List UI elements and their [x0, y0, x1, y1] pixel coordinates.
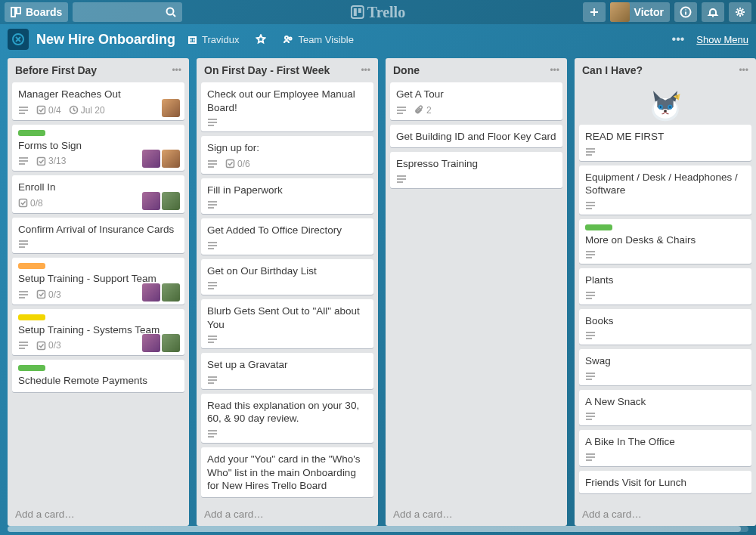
card[interactable]: Swag — [579, 349, 751, 385]
logo-icon — [351, 5, 364, 19]
card[interactable]: A New Snack — [579, 390, 751, 426]
card-label — [18, 365, 45, 371]
horizontal-scrollbar-track[interactable] — [8, 526, 748, 532]
list-title[interactable]: On First Day - First Week — [204, 64, 361, 76]
card[interactable]: Add your "You" card in the "Who's Who" l… — [201, 447, 373, 497]
notifications-button[interactable] — [702, 2, 724, 22]
card[interactable]: Get Added To Office Directory — [201, 218, 373, 255]
card[interactable]: More on Desks & Chairs — [579, 219, 751, 264]
svg-point-13 — [739, 11, 742, 14]
add-card-button[interactable]: Add a card… — [8, 503, 189, 526]
card[interactable]: Friends Visit for Lunch — [579, 471, 751, 494]
trello-logo[interactable]: Trello — [351, 4, 405, 21]
list-title[interactable]: Can I Have? — [582, 64, 739, 76]
star-board[interactable] — [251, 31, 271, 48]
info-icon — [680, 6, 692, 18]
add-card-button[interactable]: Add a card… — [386, 503, 567, 526]
svg-point-2 — [167, 8, 174, 15]
svg-text:!: ! — [676, 94, 677, 101]
board-header: New Hire Onboarding Travidux Team Visibl… — [0, 24, 756, 54]
card[interactable]: Check out our Employee Manual Board! — [201, 82, 373, 131]
list-menu-button[interactable]: ••• — [550, 65, 559, 76]
list-menu-button[interactable]: ••• — [361, 65, 370, 76]
info-button[interactable] — [674, 2, 697, 22]
card-title: Confirm Arrival of Insurance Cards — [18, 223, 178, 237]
boards-label: Boards — [26, 6, 62, 18]
settings-button[interactable] — [729, 2, 751, 22]
board-title[interactable]: New Hire Onboarding — [36, 32, 175, 48]
add-card-button[interactable]: Add a card… — [575, 503, 756, 526]
description-icon — [207, 241, 218, 250]
card-title: Plants — [585, 274, 745, 287]
husky-sticker: ! — [579, 82, 751, 125]
card[interactable]: Manager Reaches Out0/4Jul 20 — [12, 82, 184, 120]
card[interactable]: Get on Our Birthday List — [201, 259, 373, 295]
card-list: ! READ ME FIRSTEquipment / Desk / Headph… — [575, 82, 756, 503]
card-title: Books — [585, 314, 745, 328]
card[interactable]: Setup Training - Systems Team0/3 — [12, 309, 184, 356]
description-icon — [207, 335, 218, 344]
show-menu-link[interactable]: Show Menu — [696, 34, 748, 45]
list-title[interactable]: Before First Day — [15, 64, 172, 76]
member-avatar[interactable] — [142, 150, 160, 168]
list-menu-button[interactable]: ••• — [172, 65, 181, 76]
card[interactable]: Espresso Training — [390, 152, 562, 188]
member-avatar[interactable] — [162, 283, 180, 302]
list-title[interactable]: Done — [393, 64, 550, 76]
card[interactable]: Fill in Paperwork — [201, 178, 373, 215]
card-title: Get Added To Office Directory — [207, 224, 367, 237]
member-avatar[interactable] — [162, 192, 180, 210]
card[interactable]: Setup Training - Support Team0/3 — [12, 258, 184, 305]
card-label — [18, 314, 45, 320]
card[interactable]: Books — [579, 309, 751, 345]
card-title: Manager Reaches Out — [18, 88, 178, 101]
add-card-button[interactable]: Add a card… — [197, 503, 378, 526]
svg-rect-15 — [189, 37, 196, 43]
horizontal-scrollbar-thumb[interactable] — [8, 526, 741, 532]
member-avatar[interactable] — [142, 192, 160, 210]
search-input[interactable] — [73, 2, 182, 22]
card[interactable]: Sign up for:0/6 — [201, 136, 373, 174]
member-avatar[interactable] — [142, 283, 160, 302]
board-avatar-icon — [11, 32, 25, 46]
card[interactable]: Read this explanation on your 30, 60, & … — [201, 394, 373, 443]
card-title: Get Building ID and Floor Key Card — [396, 130, 556, 144]
member-avatar[interactable] — [142, 334, 160, 352]
card[interactable]: Get A Tour2 — [390, 82, 562, 120]
board-visibility[interactable]: Team Visible — [278, 31, 358, 48]
member-avatar[interactable] — [162, 99, 180, 117]
boards-button[interactable]: Boards — [5, 2, 68, 22]
card[interactable]: A Bike In The Office — [579, 430, 751, 466]
create-button[interactable] — [583, 2, 606, 22]
card-title: Equipment / Desk / Headphones / Software — [585, 171, 745, 197]
card[interactable]: Confirm Arrival of Insurance Cards — [12, 218, 184, 254]
card[interactable]: Get Building ID and Floor Key Card — [390, 125, 562, 148]
card[interactable]: Blurb Gets Sent Out to "All" about You — [201, 299, 373, 348]
card[interactable]: Forms to Sign3/13 — [12, 125, 184, 172]
checklist-badge: 0/3 — [36, 340, 61, 351]
card-title: A Bike In The Office — [585, 435, 745, 449]
card[interactable]: Equipment / Desk / Headphones / Software — [579, 165, 751, 215]
card-title: Fill in Paperwork — [207, 184, 367, 197]
card[interactable]: Enroll In0/8 — [12, 175, 184, 213]
card[interactable]: READ ME FIRST — [579, 125, 751, 161]
card[interactable]: Plants — [579, 268, 751, 305]
avatar — [610, 2, 630, 22]
card[interactable]: Set up a Gravatar — [201, 353, 373, 389]
member-avatar[interactable] — [162, 334, 180, 352]
attachment-badge: 2 — [414, 105, 432, 116]
svg-rect-6 — [358, 8, 361, 13]
list-menu-button[interactable]: ••• — [739, 65, 748, 76]
board-org[interactable]: Travidux — [183, 31, 243, 48]
board-canvas[interactable]: Before First Day •••Manager Reaches Out0… — [0, 54, 756, 526]
plus-icon — [589, 7, 600, 17]
svg-rect-0 — [11, 8, 15, 17]
member-avatar[interactable] — [162, 150, 180, 168]
svg-rect-5 — [354, 8, 357, 16]
user-menu[interactable]: Victor — [610, 2, 670, 22]
checklist-badge: 0/3 — [36, 289, 61, 300]
bell-icon — [707, 6, 719, 18]
card[interactable]: Schedule Remote Payments — [12, 360, 184, 392]
description-icon — [207, 429, 218, 438]
description-icon — [585, 331, 596, 340]
